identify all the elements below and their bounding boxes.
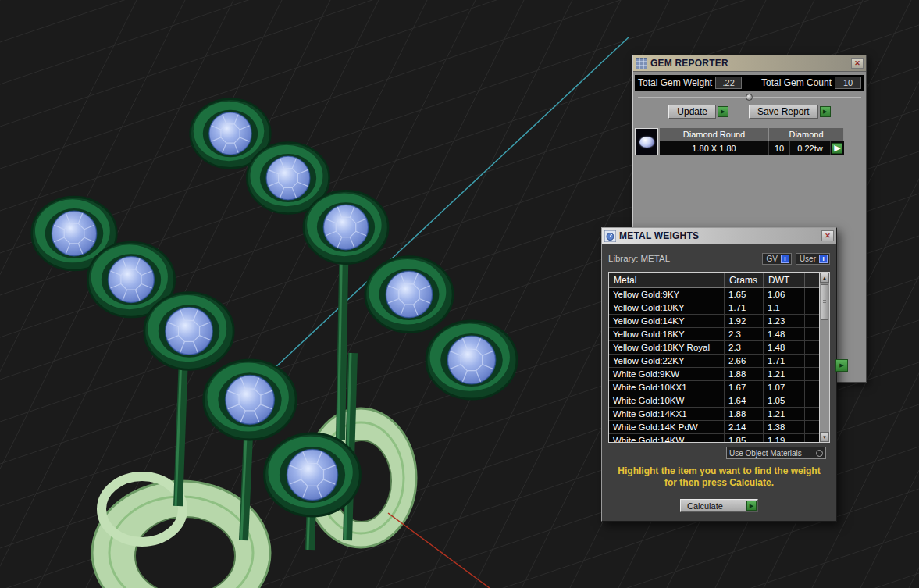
update-arrow-button[interactable]: ▶ [718,106,728,117]
gem-thumbnail-icon [639,137,654,148]
gem-row-arrow-button[interactable]: ▶ [832,143,842,154]
total-gem-weight-label: Total Gem Weight [638,77,712,88]
use-object-materials-row: Use Object Materials [612,447,826,459]
gem-reporter-close-button[interactable]: ✕ [851,58,864,69]
table-row[interactable]: Yellow Gold:18KY Royal2.31.48 [609,341,819,355]
use-object-materials-dropdown[interactable]: Use Object Materials [726,447,826,459]
metal-weights-panel: METAL WEIGHTS ✕ Library: METAL GV I User… [601,227,837,522]
gem-reporter-icon [636,58,647,69]
gem-reporter-actions: Update ▶ Save Report ▶ [633,102,866,122]
column-header-dwt: DWT [764,273,805,287]
column-header-metal: Metal [609,273,725,287]
table-row[interactable]: Yellow Gold:10KY1.711.1 [609,301,819,315]
metal-table-header: Metal Grams DWT [609,273,819,288]
gem-type: Diamond [769,128,844,141]
calculate-button[interactable]: Calculate ▶ [680,499,758,512]
table-row[interactable]: Yellow Gold:9KY1.651.06 [609,288,819,301]
gem-totals-bar: Total Gem Weight .22 Total Gem Count 10 [635,75,864,91]
metal-weights-titlebar[interactable]: METAL WEIGHTS ✕ [602,228,836,244]
panel-splitter-slider[interactable] [638,92,861,102]
calculate-arrow-icon: ▶ [746,501,757,511]
metal-weights-icon [604,230,616,242]
save-report-arrow-button[interactable]: ▶ [820,106,831,117]
main-viewport[interactable]: GEM REPORTER ✕ Total Gem Weight .22 Tota… [0,0,919,588]
scroll-up-icon[interactable]: ▲ [820,273,829,283]
gem-setting[interactable] [304,191,388,263]
table-row[interactable]: White Gold:10KX11.671.07 [609,381,819,394]
gv-info-icon[interactable]: I [781,255,789,263]
gem-row[interactable]: Diamond RoundDiamond1.80 X 1.80100.22tw▶ [635,128,864,155]
metal-table-body: Yellow Gold:9KY1.651.06Yellow Gold:10KY1… [609,288,819,442]
gem-name: Diamond Round [660,128,769,141]
gem-setting[interactable] [265,433,361,516]
gem-setting[interactable] [365,257,453,333]
update-button[interactable]: Update [668,105,716,119]
metal-table: Metal Grams DWT Yellow Gold:9KY1.651.06Y… [608,272,830,443]
column-header-grams: Grams [725,273,764,287]
user-button[interactable]: User I [796,253,830,265]
total-gem-count-value: 10 [835,77,861,89]
slider-knob[interactable] [746,94,753,101]
table-row[interactable]: Yellow Gold:18KY2.31.48 [609,328,819,341]
table-row[interactable]: White Gold:14KX11.881.21 [609,408,819,421]
metal-weights-title: METAL WEIGHTS [619,230,699,241]
table-row[interactable]: White Gold:9KW1.881.21 [609,368,819,381]
metal-weights-close-button[interactable]: ✕ [821,230,834,241]
total-gem-count-label: Total Gem Count [761,77,832,88]
gem-setting[interactable] [144,293,233,370]
instruction-text: Highlight the item you want to find the … [602,465,836,489]
gem-setting[interactable] [204,360,296,440]
gem-thumbnail [635,128,658,155]
scroll-down-icon[interactable]: ▼ [820,432,829,442]
library-row: Library: METAL GV I User I [608,251,830,265]
library-label: Library: METAL [608,254,670,263]
gv-button[interactable]: GV I [762,253,791,265]
column-header-spare [805,273,819,287]
save-report-button[interactable]: Save Report [749,105,818,119]
gem-reporter-titlebar[interactable]: GEM REPORTER ✕ [633,55,866,72]
total-gem-weight-value: .22 [715,77,742,89]
gem-list: Diamond RoundDiamond1.80 X 1.80100.22tw▶ [635,128,864,155]
table-row[interactable]: Yellow Gold:22KY2.661.71 [609,355,819,368]
gem-count: 10 [769,141,790,155]
table-row[interactable]: White Gold:14K PdW2.141.38 [609,421,819,434]
user-info-icon[interactable]: I [819,255,828,263]
table-row[interactable]: White Gold:14KW1.851.19 [609,434,819,442]
gem-size: 1.80 X 1.80 [660,141,769,155]
metal-side-arrow-button[interactable]: ▶ [835,359,848,372]
table-scrollbar[interactable]: ▲ ▼ [819,273,829,442]
gem-reporter-title: GEM REPORTER [650,58,728,69]
scroll-thumb[interactable] [821,284,828,320]
gem-setting[interactable] [426,321,517,399]
table-row[interactable]: Yellow Gold:14KY1.921.23 [609,315,819,328]
table-row[interactable]: White Gold:10KW1.641.05 [609,394,819,408]
gem-weight: 0.22tw [790,141,831,155]
dropdown-circle-icon [816,450,823,457]
